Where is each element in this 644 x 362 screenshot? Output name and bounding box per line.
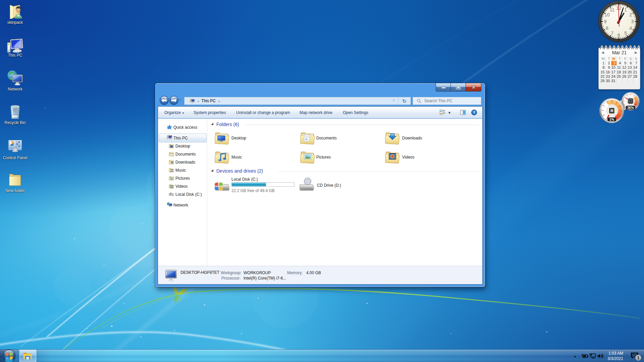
svg-text:7: 7: [611, 31, 613, 36]
svg-text:11: 11: [609, 7, 614, 12]
svg-text:2: 2: [629, 12, 632, 17]
svg-text:10: 10: [604, 12, 610, 17]
svg-text:1: 1: [637, 356, 640, 360]
svg-text:6: 6: [618, 33, 620, 38]
svg-text:36%: 36%: [627, 106, 634, 110]
svg-text:4: 4: [629, 25, 632, 31]
svg-text:?: ?: [473, 111, 475, 115]
svg-text:1: 1: [624, 7, 627, 12]
svg-text:5: 5: [624, 31, 627, 36]
svg-text:8: 8: [606, 25, 608, 31]
svg-text:1%: 1%: [609, 118, 614, 121]
svg-text:9: 9: [604, 19, 607, 24]
svg-text:3: 3: [631, 19, 634, 24]
